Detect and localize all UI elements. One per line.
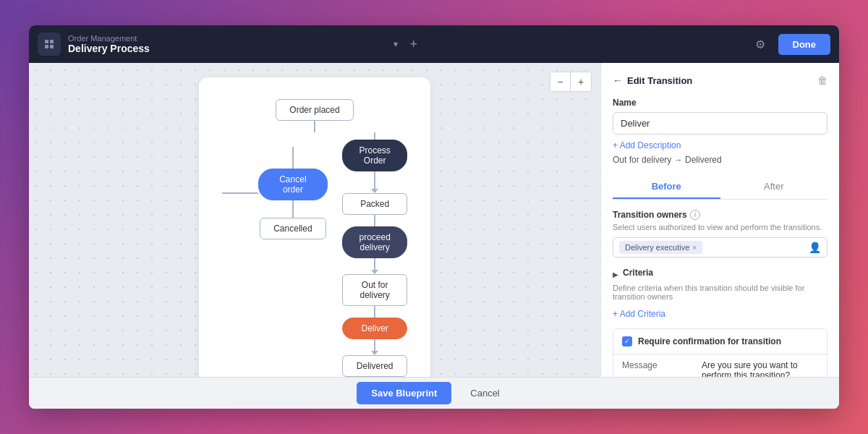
canvas-area[interactable]: − + Order placed Cancel order xyxy=(29,63,600,377)
owners-input[interactable]: Delivery executive × 👤 xyxy=(613,237,827,258)
settings-icon[interactable]: ⚙ xyxy=(755,38,765,51)
criteria-chevron-icon[interactable]: ▶ xyxy=(613,271,618,278)
confirmation-section: ✓ Require confirmation for transition Me… xyxy=(613,328,827,377)
info-icon: i xyxy=(690,210,700,220)
main-content: − + Order placed Cancel order xyxy=(29,63,839,377)
cancel-button[interactable]: Cancel xyxy=(459,382,511,404)
node-process-order[interactable]: Process Order xyxy=(342,140,407,171)
require-confirmation-checkbox[interactable]: ✓ xyxy=(622,336,632,346)
name-input[interactable] xyxy=(613,112,827,135)
remove-owner-icon[interactable]: × xyxy=(692,244,697,252)
node-order-placed[interactable]: Order placed xyxy=(276,99,353,121)
add-criteria-link[interactable]: + Add Criteria xyxy=(613,309,665,319)
zoom-in-button[interactable]: + xyxy=(571,72,591,91)
panel-tabs: Before After xyxy=(613,175,827,200)
header-title-group: Order Management Delivery Process xyxy=(68,34,386,54)
message-key: Message xyxy=(622,360,702,370)
name-label: Name xyxy=(613,98,827,108)
header-chevron-icon[interactable]: ▾ xyxy=(393,39,398,49)
transition-path-text: Out for delivery → Delivered xyxy=(613,155,827,165)
panel-header: ← Edit Transition 🗑 xyxy=(613,75,827,86)
criteria-title: Criteria xyxy=(623,268,653,278)
node-cancel-order[interactable]: Cancel order xyxy=(258,169,328,200)
criteria-header: ▶ Criteria xyxy=(613,268,827,281)
criteria-desc: Define criteria when this transition sho… xyxy=(613,284,827,301)
zoom-out-button[interactable]: − xyxy=(550,72,571,91)
panel-back-button[interactable]: ← Edit Transition xyxy=(613,75,692,86)
add-tab-button[interactable]: + xyxy=(405,37,422,52)
zoom-controls: − + xyxy=(550,72,592,92)
save-blueprint-button[interactable]: Save Blueprint xyxy=(357,382,451,404)
tab-before[interactable]: Before xyxy=(613,175,720,199)
app-icon xyxy=(38,33,61,56)
header: Order Management Delivery Process ▾ + ⚙ … xyxy=(29,25,839,63)
node-delivered[interactable]: Delivered xyxy=(342,355,407,377)
owner-tag: Delivery executive × xyxy=(619,241,702,254)
app-window: Order Management Delivery Process ▾ + ⚙ … xyxy=(29,25,839,409)
delete-icon[interactable]: 🗑 xyxy=(817,75,827,86)
node-packed[interactable]: Packed xyxy=(342,193,407,215)
svg-rect-1 xyxy=(50,40,54,43)
criteria-section: ▶ Criteria Define criteria when this tra… xyxy=(613,268,827,320)
header-title: Delivery Process xyxy=(68,43,386,54)
message-value: Are you sure you want to perform this tr… xyxy=(702,360,818,377)
add-owner-icon[interactable]: 👤 xyxy=(809,242,821,253)
right-panel: ← Edit Transition 🗑 Name + Add Descripti… xyxy=(600,63,839,377)
node-proceed-delivery[interactable]: proceed delivery xyxy=(342,226,407,258)
confirm-row-message: Message Are you sure you want to perform… xyxy=(613,354,827,377)
confirm-table: Message Are you sure you want to perform… xyxy=(613,354,827,377)
main-flow-column: Process Order Packed proceed delivery Ou… xyxy=(342,132,407,377)
confirm-title: Require confirmation for transition xyxy=(638,336,781,346)
flow-diagram: Order placed Cancel order Cancelled xyxy=(199,77,430,377)
svg-rect-0 xyxy=(45,40,48,43)
confirm-header: ✓ Require confirmation for transition xyxy=(613,329,827,354)
flow-branch-row: Cancel order Cancelled Process Order Pac… xyxy=(228,132,401,377)
node-out-for-delivery[interactable]: Out for delivery xyxy=(342,274,407,306)
done-button[interactable]: Done xyxy=(778,34,831,55)
tab-after[interactable]: After xyxy=(720,175,828,199)
cancel-branch: Cancel order Cancelled xyxy=(222,147,328,239)
transition-owners-desc: Select users authorized to view and perf… xyxy=(613,223,827,231)
back-arrow-icon: ← xyxy=(613,75,623,86)
node-cancelled[interactable]: Cancelled xyxy=(260,218,326,239)
svg-rect-2 xyxy=(45,45,48,48)
header-breadcrumb: Order Management xyxy=(68,34,386,43)
connector-cancel-v xyxy=(292,147,294,169)
panel-title: Edit Transition xyxy=(627,75,692,86)
add-description-link[interactable]: + Add Description xyxy=(613,140,827,150)
svg-rect-3 xyxy=(50,45,54,48)
bottom-bar: Save Blueprint Cancel xyxy=(29,377,839,409)
connector-1 xyxy=(314,121,315,132)
node-deliver[interactable]: Deliver xyxy=(342,318,407,339)
transition-owners-label: Transition owners i xyxy=(613,210,827,220)
